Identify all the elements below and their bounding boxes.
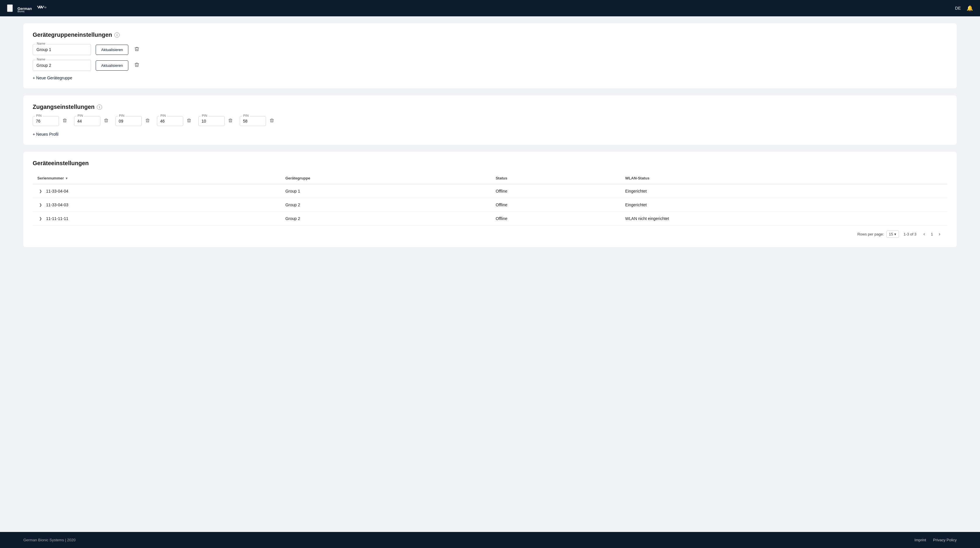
group-2-delete-button[interactable] (133, 61, 141, 70)
hamburger-button[interactable]: ☰ (7, 5, 13, 12)
pin-2-input[interactable] (74, 116, 100, 126)
group-row-2: Name Aktualisieren (33, 60, 947, 71)
group-2-name-field: Name (33, 60, 91, 71)
svg-text:io: io (45, 6, 46, 9)
footer-links: Imprint Privacy Policy (915, 538, 957, 542)
pin-group-1: PIN (33, 116, 68, 126)
row-3-status-cell: Offline (491, 212, 620, 226)
trash-icon (134, 62, 139, 67)
pin-1-input[interactable] (33, 116, 59, 126)
col-serial: Seriennummer ▼ (33, 172, 281, 184)
pin-3-input[interactable] (116, 116, 142, 126)
pin-1-label: PIN (35, 114, 43, 117)
device-settings-card: Geräteeinstellungen Seriennummer ▼ Gerät… (23, 152, 957, 247)
row-2-group-cell: Group 2 (281, 198, 491, 212)
group-2-update-button[interactable]: Aktualisieren (95, 61, 128, 71)
pin-5-input[interactable] (198, 116, 224, 126)
imprint-link[interactable]: Imprint (915, 538, 926, 542)
logo-svg: German Bionic io (18, 3, 49, 13)
add-new-profile-button[interactable]: + Neues Profil (33, 132, 947, 137)
group-2-name-input[interactable] (33, 60, 91, 71)
pin-3-field: PIN (116, 116, 142, 126)
pin-group-3: PIN (116, 116, 151, 126)
pin-1-delete-button[interactable] (61, 117, 68, 126)
group-1-name-input[interactable] (33, 44, 91, 55)
device-group-settings-title: Gerätegruppeneinstellungen i (33, 32, 947, 38)
group-1-update-button[interactable]: Aktualisieren (95, 45, 128, 55)
table-header: Seriennummer ▼ Gerätegruppe Status WLAN-… (33, 172, 947, 184)
pin-1-field: PIN (33, 116, 59, 126)
pin-4-field: PIN (157, 116, 183, 126)
add-new-group-button[interactable]: + Neue Gerätegruppe (33, 76, 947, 80)
pin-3-label: PIN (118, 114, 126, 117)
pin-group-6: PIN (240, 116, 275, 126)
notification-bell-icon[interactable]: 🔔 (967, 5, 973, 11)
rows-per-page-select[interactable]: 15 ▾ (886, 231, 899, 238)
row-2-serial-cell: ❯ 11-33-04-03 (33, 198, 281, 212)
table-pagination: Rows per page: 15 ▾ 1-3 of 3 ‹ 1 › (33, 226, 947, 239)
row-3-group-cell: Group 2 (281, 212, 491, 226)
sort-down-icon: ▼ (65, 177, 68, 180)
logo: German Bionic io (18, 3, 49, 13)
row-3-wlan-cell: WLAN nicht eingerichtet (620, 212, 947, 226)
footer-copyright: German Bionic Systems | 2020 (23, 538, 76, 542)
trash-icon (269, 118, 274, 123)
rows-per-page-control: Rows per page: 15 ▾ (857, 231, 899, 238)
pin-5-field: PIN (198, 116, 224, 126)
group-1-name-label: Name (36, 42, 46, 45)
row-1-expand-button[interactable]: ❯ (37, 188, 44, 194)
row-3-serial-cell: ❯ 11-11-11-11 (33, 212, 281, 226)
pin-4-label: PIN (159, 114, 167, 117)
device-group-info-icon[interactable]: i (115, 32, 119, 38)
page-navigation: ‹ 1 › (921, 230, 943, 238)
pin-group-5: PIN (198, 116, 234, 126)
trash-icon (104, 118, 108, 123)
svg-text:Bionic: Bionic (18, 10, 25, 13)
trash-icon (145, 118, 150, 123)
table-row: ❯ 11-33-04-04 Group 1 Offline Eingericht… (33, 184, 947, 198)
pin-3-delete-button[interactable] (144, 117, 151, 126)
trash-icon (228, 118, 233, 123)
app-header: ☰ German Bionic io DE 🔔 (0, 0, 980, 16)
pin-4-input[interactable] (157, 116, 183, 126)
app-footer: German Bionic Systems | 2020 Imprint Pri… (0, 532, 980, 548)
rows-per-page-label: Rows per page: (857, 232, 884, 236)
pin-6-delete-button[interactable] (268, 117, 275, 126)
pin-5-delete-button[interactable] (227, 117, 234, 126)
device-group-settings-card: Gerätegruppeneinstellungen i Name Aktual… (23, 23, 957, 88)
serial-sort-button[interactable]: Seriennummer ▼ (37, 176, 276, 180)
row-1-wlan-cell: Eingerichtet (620, 184, 947, 198)
next-page-button[interactable]: › (937, 230, 943, 238)
chevron-down-icon: ▾ (894, 232, 896, 236)
header-right: DE 🔔 (955, 5, 973, 11)
pin-2-field: PIN (74, 116, 100, 126)
row-2-wlan-cell: Eingerichtet (620, 198, 947, 212)
language-button[interactable]: DE (955, 6, 961, 11)
col-status: Status (491, 172, 620, 184)
pin-5-label: PIN (200, 114, 208, 117)
main-content: Gerätegruppeneinstellungen i Name Aktual… (0, 16, 980, 532)
pin-2-label: PIN (76, 114, 84, 117)
pin-4-delete-button[interactable] (186, 117, 192, 126)
device-settings-title: Geräteeinstellungen (33, 160, 947, 167)
table-body: ❯ 11-33-04-04 Group 1 Offline Eingericht… (33, 184, 947, 226)
page-range-info: 1-3 of 3 (904, 232, 916, 236)
device-table: Seriennummer ▼ Gerätegruppe Status WLAN-… (33, 172, 947, 226)
row-2-expand-button[interactable]: ❯ (37, 202, 44, 207)
access-settings-card: Zugangseinstellungen i PIN (23, 96, 957, 145)
pin-6-input[interactable] (240, 116, 266, 126)
header-left: ☰ German Bionic io (7, 3, 49, 13)
row-2-status-cell: Offline (491, 198, 620, 212)
group-1-delete-button[interactable] (133, 45, 141, 54)
pin-6-label: PIN (242, 114, 250, 117)
row-1-serial-cell: ❯ 11-33-04-04 (33, 184, 281, 198)
row-3-expand-button[interactable]: ❯ (37, 216, 44, 221)
table-row: ❯ 11-33-04-03 Group 2 Offline Eingericht… (33, 198, 947, 212)
group-2-name-label: Name (36, 57, 46, 61)
privacy-policy-link[interactable]: Privacy Policy (933, 538, 957, 542)
pin-2-delete-button[interactable] (103, 117, 110, 126)
prev-page-button[interactable]: ‹ (921, 230, 927, 238)
col-wlan: WLAN-Status (620, 172, 947, 184)
access-settings-info-icon[interactable]: i (97, 105, 102, 110)
group-1-name-field: Name (33, 44, 91, 55)
